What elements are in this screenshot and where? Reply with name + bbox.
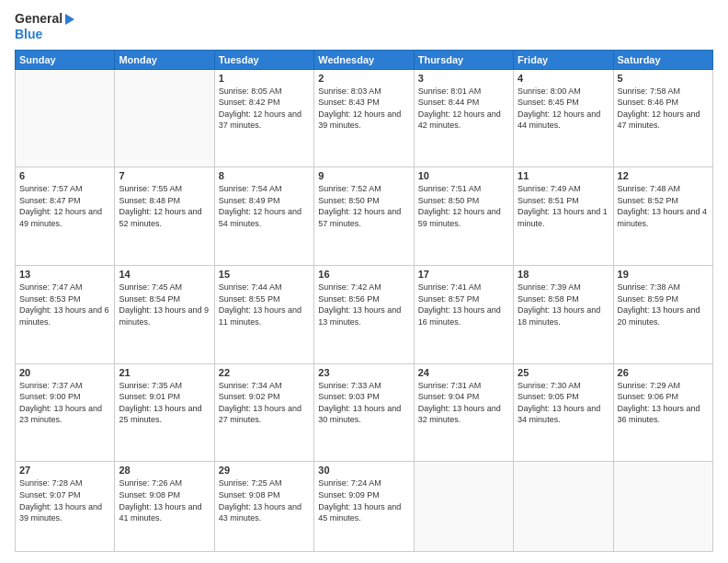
- day-number: 27: [19, 465, 110, 476]
- day-info: Sunrise: 7:29 AM Sunset: 9:06 PM Dayligh…: [618, 380, 709, 426]
- day-number: 24: [418, 367, 509, 378]
- day-number: 25: [518, 367, 609, 378]
- calendar-cell: 8Sunrise: 7:54 AM Sunset: 8:49 PM Daylig…: [214, 167, 313, 266]
- calendar-cell: [16, 69, 115, 167]
- day-info: Sunrise: 7:34 AM Sunset: 9:02 PM Dayligh…: [219, 380, 310, 426]
- day-number: 23: [318, 367, 409, 378]
- day-number: 5: [618, 73, 709, 84]
- weekday-header: Wednesday: [314, 50, 414, 69]
- day-info: Sunrise: 7:51 AM Sunset: 8:50 PM Dayligh…: [418, 183, 509, 229]
- day-info: Sunrise: 7:28 AM Sunset: 9:07 PM Dayligh…: [19, 477, 110, 523]
- day-info: Sunrise: 7:38 AM Sunset: 8:59 PM Dayligh…: [618, 282, 709, 327]
- calendar-cell: 11Sunrise: 7:49 AM Sunset: 8:51 PM Dayli…: [514, 167, 613, 266]
- calendar-cell: [514, 462, 613, 552]
- day-info: Sunrise: 7:24 AM Sunset: 9:09 PM Dayligh…: [318, 477, 409, 523]
- header: General Blue: [15, 11, 713, 42]
- calendar-cell: 12Sunrise: 7:48 AM Sunset: 8:52 PM Dayli…: [613, 167, 712, 266]
- day-info: Sunrise: 7:55 AM Sunset: 8:48 PM Dayligh…: [119, 183, 210, 229]
- day-number: 28: [119, 465, 210, 476]
- day-number: 9: [318, 170, 409, 181]
- logo-text: General Blue: [15, 11, 74, 42]
- day-number: 6: [19, 170, 110, 181]
- calendar-cell: 27Sunrise: 7:28 AM Sunset: 9:07 PM Dayli…: [16, 462, 115, 552]
- weekday-header: Thursday: [414, 50, 513, 69]
- day-info: Sunrise: 7:58 AM Sunset: 8:46 PM Dayligh…: [618, 86, 709, 132]
- day-info: Sunrise: 7:26 AM Sunset: 9:08 PM Dayligh…: [119, 477, 210, 523]
- calendar-cell: 21Sunrise: 7:35 AM Sunset: 9:01 PM Dayli…: [115, 363, 214, 462]
- day-info: Sunrise: 7:48 AM Sunset: 8:52 PM Dayligh…: [618, 183, 709, 229]
- calendar-cell: [414, 462, 513, 552]
- calendar-cell: 30Sunrise: 7:24 AM Sunset: 9:09 PM Dayli…: [314, 462, 414, 552]
- weekday-header: Friday: [514, 50, 613, 69]
- page: General Blue SundayMondayTuesdayWednesda…: [0, 0, 728, 563]
- day-number: 14: [119, 269, 210, 280]
- day-number: 30: [318, 465, 409, 476]
- day-number: 29: [219, 465, 310, 476]
- logo: General Blue: [15, 11, 74, 42]
- calendar-table: SundayMondayTuesdayWednesdayThursdayFrid…: [15, 50, 713, 552]
- weekday-header: Monday: [115, 50, 214, 69]
- day-info: Sunrise: 7:44 AM Sunset: 8:55 PM Dayligh…: [219, 282, 310, 327]
- calendar-cell: 26Sunrise: 7:29 AM Sunset: 9:06 PM Dayli…: [613, 363, 712, 462]
- day-info: Sunrise: 7:42 AM Sunset: 8:56 PM Dayligh…: [318, 282, 409, 327]
- day-number: 18: [518, 269, 609, 280]
- day-number: 8: [219, 170, 310, 181]
- calendar-cell: 9Sunrise: 7:52 AM Sunset: 8:50 PM Daylig…: [314, 167, 414, 266]
- day-info: Sunrise: 7:52 AM Sunset: 8:50 PM Dayligh…: [318, 183, 409, 229]
- calendar-cell: 23Sunrise: 7:33 AM Sunset: 9:03 PM Dayli…: [314, 363, 414, 462]
- day-info: Sunrise: 8:00 AM Sunset: 8:45 PM Dayligh…: [518, 86, 609, 132]
- day-info: Sunrise: 7:25 AM Sunset: 9:08 PM Dayligh…: [219, 477, 310, 523]
- calendar-cell: [115, 69, 214, 167]
- day-info: Sunrise: 7:57 AM Sunset: 8:47 PM Dayligh…: [19, 183, 110, 229]
- calendar-cell: 2Sunrise: 8:03 AM Sunset: 8:43 PM Daylig…: [314, 69, 414, 167]
- day-info: Sunrise: 7:54 AM Sunset: 8:49 PM Dayligh…: [219, 183, 310, 229]
- day-number: 16: [318, 269, 409, 280]
- calendar-cell: 25Sunrise: 7:30 AM Sunset: 9:05 PM Dayli…: [514, 363, 613, 462]
- day-info: Sunrise: 7:31 AM Sunset: 9:04 PM Dayligh…: [418, 380, 509, 426]
- day-number: 15: [219, 269, 310, 280]
- calendar-cell: [613, 462, 712, 552]
- calendar-cell: 1Sunrise: 8:05 AM Sunset: 8:42 PM Daylig…: [214, 69, 313, 167]
- day-number: 20: [19, 367, 110, 378]
- day-number: 11: [518, 170, 609, 181]
- day-info: Sunrise: 7:49 AM Sunset: 8:51 PM Dayligh…: [518, 183, 609, 229]
- day-info: Sunrise: 7:37 AM Sunset: 9:00 PM Dayligh…: [19, 380, 110, 426]
- calendar-cell: 3Sunrise: 8:01 AM Sunset: 8:44 PM Daylig…: [414, 69, 513, 167]
- day-number: 13: [19, 269, 110, 280]
- calendar-cell: 19Sunrise: 7:38 AM Sunset: 8:59 PM Dayli…: [613, 265, 712, 363]
- day-number: 19: [618, 269, 709, 280]
- weekday-header: Sunday: [16, 50, 115, 69]
- day-number: 1: [219, 73, 310, 84]
- day-info: Sunrise: 8:01 AM Sunset: 8:44 PM Dayligh…: [418, 86, 509, 132]
- weekday-header: Saturday: [613, 50, 712, 69]
- day-number: 3: [418, 73, 509, 84]
- day-number: 22: [219, 367, 310, 378]
- calendar-cell: 29Sunrise: 7:25 AM Sunset: 9:08 PM Dayli…: [214, 462, 313, 552]
- day-number: 7: [119, 170, 210, 181]
- calendar-cell: 16Sunrise: 7:42 AM Sunset: 8:56 PM Dayli…: [314, 265, 414, 363]
- day-number: 10: [418, 170, 509, 181]
- calendar-cell: 22Sunrise: 7:34 AM Sunset: 9:02 PM Dayli…: [214, 363, 313, 462]
- calendar-cell: 24Sunrise: 7:31 AM Sunset: 9:04 PM Dayli…: [414, 363, 513, 462]
- day-info: Sunrise: 7:33 AM Sunset: 9:03 PM Dayligh…: [318, 380, 409, 426]
- day-number: 4: [518, 73, 609, 84]
- day-info: Sunrise: 7:39 AM Sunset: 8:58 PM Dayligh…: [518, 282, 609, 327]
- calendar-cell: 20Sunrise: 7:37 AM Sunset: 9:00 PM Dayli…: [16, 363, 115, 462]
- calendar-cell: 4Sunrise: 8:00 AM Sunset: 8:45 PM Daylig…: [514, 69, 613, 167]
- calendar-cell: 14Sunrise: 7:45 AM Sunset: 8:54 PM Dayli…: [115, 265, 214, 363]
- calendar-cell: 6Sunrise: 7:57 AM Sunset: 8:47 PM Daylig…: [16, 167, 115, 266]
- weekday-header: Tuesday: [214, 50, 313, 69]
- calendar-cell: 18Sunrise: 7:39 AM Sunset: 8:58 PM Dayli…: [514, 265, 613, 363]
- calendar-cell: 13Sunrise: 7:47 AM Sunset: 8:53 PM Dayli…: [16, 265, 115, 363]
- day-info: Sunrise: 7:47 AM Sunset: 8:53 PM Dayligh…: [19, 282, 110, 327]
- day-info: Sunrise: 7:35 AM Sunset: 9:01 PM Dayligh…: [119, 380, 210, 426]
- day-info: Sunrise: 7:30 AM Sunset: 9:05 PM Dayligh…: [518, 380, 609, 426]
- day-number: 21: [119, 367, 210, 378]
- day-info: Sunrise: 7:41 AM Sunset: 8:57 PM Dayligh…: [418, 282, 509, 327]
- day-info: Sunrise: 8:03 AM Sunset: 8:43 PM Dayligh…: [318, 86, 409, 132]
- calendar-cell: 10Sunrise: 7:51 AM Sunset: 8:50 PM Dayli…: [414, 167, 513, 266]
- day-number: 2: [318, 73, 409, 84]
- day-number: 12: [618, 170, 709, 181]
- calendar-cell: 28Sunrise: 7:26 AM Sunset: 9:08 PM Dayli…: [115, 462, 214, 552]
- calendar-cell: 5Sunrise: 7:58 AM Sunset: 8:46 PM Daylig…: [613, 69, 712, 167]
